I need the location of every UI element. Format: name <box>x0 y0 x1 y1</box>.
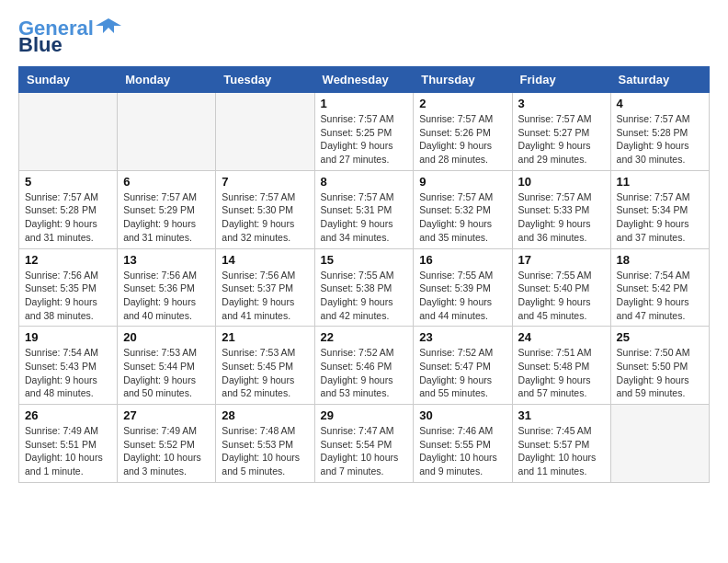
svg-marker-0 <box>96 18 121 33</box>
day-number: 24 <box>518 330 605 344</box>
day-info: Sunrise: 7:52 AM Sunset: 5:46 PM Dayligh… <box>321 346 408 400</box>
day-cell: 13Sunrise: 7:56 AM Sunset: 5:36 PM Dayli… <box>118 248 216 327</box>
day-number: 25 <box>617 330 703 344</box>
day-cell: 31Sunrise: 7:45 AM Sunset: 5:57 PM Dayli… <box>512 405 610 483</box>
day-info: Sunrise: 7:57 AM Sunset: 5:30 PM Dayligh… <box>222 190 308 245</box>
day-number: 9 <box>419 175 506 189</box>
day-info: Sunrise: 7:53 AM Sunset: 5:45 PM Dayligh… <box>222 346 308 400</box>
day-info: Sunrise: 7:57 AM Sunset: 5:28 PM Dayligh… <box>25 190 111 245</box>
day-info: Sunrise: 7:57 AM Sunset: 5:32 PM Dayligh… <box>419 190 506 245</box>
day-info: Sunrise: 7:57 AM Sunset: 5:34 PM Dayligh… <box>617 190 703 245</box>
day-cell: 18Sunrise: 7:54 AM Sunset: 5:42 PM Dayli… <box>610 248 709 327</box>
weekday-header-wednesday: Wednesday <box>314 67 414 93</box>
day-cell: 14Sunrise: 7:56 AM Sunset: 5:37 PM Dayli… <box>216 248 314 327</box>
logo: General Blue <box>18 18 121 57</box>
day-cell: 3Sunrise: 7:57 AM Sunset: 5:27 PM Daylig… <box>512 93 610 171</box>
day-info: Sunrise: 7:49 AM Sunset: 5:52 PM Dayligh… <box>123 424 210 478</box>
day-number: 31 <box>518 408 605 422</box>
day-cell: 4Sunrise: 7:57 AM Sunset: 5:28 PM Daylig… <box>610 93 709 171</box>
day-info: Sunrise: 7:45 AM Sunset: 5:57 PM Dayligh… <box>518 424 605 478</box>
day-info: Sunrise: 7:57 AM Sunset: 5:26 PM Dayligh… <box>419 112 506 167</box>
day-info: Sunrise: 7:46 AM Sunset: 5:55 PM Dayligh… <box>419 424 506 478</box>
calendar-table: SundayMondayTuesdayWednesdayThursdayFrid… <box>18 66 710 483</box>
day-info: Sunrise: 7:49 AM Sunset: 5:51 PM Dayligh… <box>25 424 111 478</box>
day-cell: 19Sunrise: 7:54 AM Sunset: 5:43 PM Dayli… <box>19 327 118 405</box>
day-info: Sunrise: 7:55 AM Sunset: 5:39 PM Dayligh… <box>419 269 506 323</box>
day-info: Sunrise: 7:57 AM Sunset: 5:33 PM Dayligh… <box>518 190 605 245</box>
weekday-header-saturday: Saturday <box>610 67 709 93</box>
day-number: 19 <box>25 330 111 344</box>
day-number: 11 <box>617 175 703 189</box>
week-row-2: 5Sunrise: 7:57 AM Sunset: 5:28 PM Daylig… <box>19 170 710 248</box>
day-number: 30 <box>419 408 506 422</box>
day-cell: 22Sunrise: 7:52 AM Sunset: 5:46 PM Dayli… <box>314 327 414 405</box>
day-cell: 6Sunrise: 7:57 AM Sunset: 5:29 PM Daylig… <box>118 170 216 248</box>
day-info: Sunrise: 7:57 AM Sunset: 5:31 PM Dayligh… <box>321 190 408 245</box>
day-number: 7 <box>222 175 308 189</box>
day-number: 15 <box>321 253 408 267</box>
weekday-header-friday: Friday <box>512 67 610 93</box>
day-info: Sunrise: 7:54 AM Sunset: 5:43 PM Dayligh… <box>25 346 111 400</box>
day-info: Sunrise: 7:55 AM Sunset: 5:38 PM Dayligh… <box>321 269 408 323</box>
week-row-4: 19Sunrise: 7:54 AM Sunset: 5:43 PM Dayli… <box>19 327 710 405</box>
day-info: Sunrise: 7:56 AM Sunset: 5:35 PM Dayligh… <box>25 269 111 323</box>
day-number: 12 <box>25 253 111 267</box>
day-cell: 17Sunrise: 7:55 AM Sunset: 5:40 PM Dayli… <box>512 248 610 327</box>
day-cell: 20Sunrise: 7:53 AM Sunset: 5:44 PM Dayli… <box>118 327 216 405</box>
logo-bird-icon <box>96 17 121 37</box>
day-cell: 16Sunrise: 7:55 AM Sunset: 5:39 PM Dayli… <box>414 248 512 327</box>
day-cell: 12Sunrise: 7:56 AM Sunset: 5:35 PM Dayli… <box>19 248 118 327</box>
page-header: General Blue <box>18 18 710 57</box>
day-info: Sunrise: 7:57 AM Sunset: 5:29 PM Dayligh… <box>123 190 210 245</box>
day-cell: 1Sunrise: 7:57 AM Sunset: 5:25 PM Daylig… <box>314 93 414 171</box>
week-row-1: 1Sunrise: 7:57 AM Sunset: 5:25 PM Daylig… <box>19 93 710 171</box>
day-cell: 28Sunrise: 7:48 AM Sunset: 5:53 PM Dayli… <box>216 405 314 483</box>
day-info: Sunrise: 7:57 AM Sunset: 5:25 PM Dayligh… <box>321 112 408 167</box>
day-number: 1 <box>321 97 408 110</box>
day-number: 20 <box>123 330 210 344</box>
day-info: Sunrise: 7:53 AM Sunset: 5:44 PM Dayligh… <box>123 346 210 400</box>
day-info: Sunrise: 7:50 AM Sunset: 5:50 PM Dayligh… <box>617 346 703 400</box>
day-number: 21 <box>222 330 308 344</box>
day-cell <box>216 93 314 171</box>
day-cell <box>19 93 118 171</box>
day-info: Sunrise: 7:55 AM Sunset: 5:40 PM Dayligh… <box>518 269 605 323</box>
day-info: Sunrise: 7:56 AM Sunset: 5:37 PM Dayligh… <box>222 269 308 323</box>
day-cell <box>118 93 216 171</box>
day-number: 2 <box>419 97 506 110</box>
day-number: 28 <box>222 408 308 422</box>
day-cell: 11Sunrise: 7:57 AM Sunset: 5:34 PM Dayli… <box>610 170 709 248</box>
day-info: Sunrise: 7:57 AM Sunset: 5:27 PM Dayligh… <box>518 112 605 167</box>
day-number: 17 <box>518 253 605 267</box>
day-cell: 26Sunrise: 7:49 AM Sunset: 5:51 PM Dayli… <box>19 405 118 483</box>
weekday-header-row: SundayMondayTuesdayWednesdayThursdayFrid… <box>19 67 710 93</box>
day-number: 26 <box>25 408 111 422</box>
day-number: 29 <box>321 408 408 422</box>
weekday-header-sunday: Sunday <box>19 67 118 93</box>
day-number: 6 <box>123 175 210 189</box>
day-cell: 23Sunrise: 7:52 AM Sunset: 5:47 PM Dayli… <box>414 327 512 405</box>
day-number: 13 <box>123 253 210 267</box>
day-cell: 21Sunrise: 7:53 AM Sunset: 5:45 PM Dayli… <box>216 327 314 405</box>
day-number: 18 <box>617 253 703 267</box>
day-info: Sunrise: 7:48 AM Sunset: 5:53 PM Dayligh… <box>222 424 308 478</box>
day-number: 4 <box>617 97 703 110</box>
day-number: 14 <box>222 253 308 267</box>
day-cell: 5Sunrise: 7:57 AM Sunset: 5:28 PM Daylig… <box>19 170 118 248</box>
day-cell: 7Sunrise: 7:57 AM Sunset: 5:30 PM Daylig… <box>216 170 314 248</box>
day-number: 10 <box>518 175 605 189</box>
weekday-header-monday: Monday <box>118 67 216 93</box>
weekday-header-tuesday: Tuesday <box>216 67 314 93</box>
day-info: Sunrise: 7:47 AM Sunset: 5:54 PM Dayligh… <box>321 424 408 478</box>
day-cell: 25Sunrise: 7:50 AM Sunset: 5:50 PM Dayli… <box>610 327 709 405</box>
day-cell: 30Sunrise: 7:46 AM Sunset: 5:55 PM Dayli… <box>414 405 512 483</box>
day-info: Sunrise: 7:51 AM Sunset: 5:48 PM Dayligh… <box>518 346 605 400</box>
day-number: 16 <box>419 253 506 267</box>
day-info: Sunrise: 7:52 AM Sunset: 5:47 PM Dayligh… <box>419 346 506 400</box>
day-number: 8 <box>321 175 408 189</box>
day-cell <box>610 405 709 483</box>
day-number: 22 <box>321 330 408 344</box>
day-number: 27 <box>123 408 210 422</box>
day-info: Sunrise: 7:57 AM Sunset: 5:28 PM Dayligh… <box>617 112 703 167</box>
week-row-5: 26Sunrise: 7:49 AM Sunset: 5:51 PM Dayli… <box>19 405 710 483</box>
